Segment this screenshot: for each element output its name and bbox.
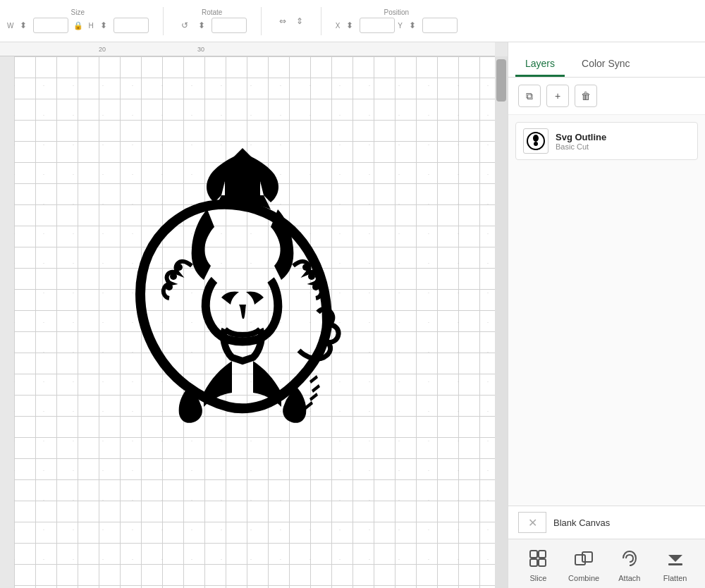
delete-layer-button[interactable]: 🗑 [575,85,597,107]
size-group: Size W ⬍ 🔒 H ⬍ [7,8,149,33]
svg-point-2 [166,283,173,290]
y-label: Y [398,22,403,30]
vertical-scrollbar[interactable] [495,56,508,588]
h-input[interactable] [114,18,149,33]
h-stepper[interactable]: ⬍ [97,18,111,32]
add-icon: + [555,90,560,102]
size-label: Size [71,8,85,16]
canvas-label: Blank Canvas [553,517,610,528]
x-stepper[interactable]: ⬍ [343,18,357,32]
ruler-mark-30: 30 [197,46,204,53]
svg-rect-9 [530,551,537,558]
divider-1 [163,7,164,35]
rotate-group: Rotate ↺ ⬍ [178,8,247,33]
bottom-toolbar: Slice Combine Attach [508,539,705,588]
rotate-inputs: ↺ ⬍ [178,18,247,33]
w-input[interactable] [33,18,68,33]
svg-rect-13 [575,555,585,565]
rotate-label: Rotate [202,8,222,16]
rotate-icon[interactable]: ↺ [178,18,192,32]
flatten-button[interactable]: Flatten [654,546,697,582]
main-area: 20 30 [0,42,705,588]
attach-button[interactable]: Attach [608,546,651,582]
svg-point-5 [312,283,319,290]
scrollbar-thumb[interactable] [496,59,506,102]
h-label: H [88,22,93,30]
divider-2 [261,7,262,35]
lock-icon[interactable]: 🔒 [71,18,85,32]
delete-icon: 🗑 [581,90,591,102]
canvas-x-icon: ✕ [528,516,537,529]
flatten-label: Flatten [663,574,687,582]
x-label: X [336,22,341,30]
rotate-input[interactable] [212,18,247,33]
layer-list: Svg Outline Basic Cut [508,115,705,506]
mirror-group: ⇔ ⇕ [276,14,307,28]
canvas-preview: ✕ [518,512,546,533]
panel-toolbar: ⧉ + 🗑 [508,78,705,115]
svg-point-8 [534,142,538,146]
panel-tabs: Layers Color Sync [508,42,705,78]
svg-rect-12 [539,559,546,566]
slice-label: Slice [529,574,546,582]
w-label: W [7,22,13,30]
svg-point-3 [302,264,309,271]
layer-type: Basic Cut [556,142,690,151]
mirror-inputs: ⇔ ⇕ [276,14,307,28]
ruler-top: 20 30 [0,42,495,56]
layer-thumbnail-svg [526,131,546,151]
canvas-selector[interactable]: ✕ Blank Canvas [508,506,705,539]
slice-icon [525,546,551,571]
svg-artwork[interactable] [80,139,391,506]
layer-item[interactable]: Svg Outline Basic Cut [515,122,698,160]
right-panel: Layers Color Sync ⧉ + 🗑 [508,42,705,588]
top-toolbar: Size W ⬍ 🔒 H ⬍ Rotate ↺ ⬍ ⇔ ⇕ Position X [0,0,705,42]
attach-icon [617,546,642,571]
svg-point-1 [170,273,177,280]
copy-layer-button[interactable]: ⧉ [518,85,541,107]
position-label: Position [384,8,410,16]
divider-3 [321,7,321,35]
svg-point-7 [533,135,539,142]
flip-v-icon[interactable]: ⇕ [293,14,307,28]
y-input[interactable] [422,18,458,33]
add-layer-button[interactable]: + [546,85,569,107]
svg-point-0 [176,264,183,271]
svg-rect-14 [582,552,592,562]
x-input[interactable] [360,18,395,33]
copy-icon: ⧉ [526,90,533,102]
svg-point-4 [308,273,315,280]
svg-rect-11 [530,559,537,566]
canvas-area: 20 30 [0,42,508,588]
attach-label: Attach [618,574,640,582]
tab-layers[interactable]: Layers [515,52,565,77]
position-group: Position X ⬍ Y ⬍ [336,8,458,33]
size-inputs: W ⬍ 🔒 H ⬍ [7,18,149,33]
combine-icon [571,546,596,571]
w-stepper[interactable]: ⬍ [16,18,30,32]
svg-rect-15 [668,563,682,565]
grid-canvas[interactable] [14,56,495,588]
slice-button[interactable]: Slice [517,546,559,582]
tab-color-sync[interactable]: Color Sync [572,52,639,77]
rotate-stepper[interactable]: ⬍ [195,18,209,32]
flatten-icon [663,546,688,571]
flip-h-icon[interactable]: ⇔ [276,14,290,28]
combine-button[interactable]: Combine [563,546,605,582]
combine-label: Combine [568,574,599,582]
position-inputs: X ⬍ Y ⬍ [336,18,458,33]
y-stepper[interactable]: ⬍ [405,18,419,32]
layer-info: Svg Outline Basic Cut [556,132,690,151]
layer-thumbnail [523,128,548,154]
svg-rect-10 [539,551,546,558]
layer-name: Svg Outline [556,132,690,142]
ruler-mark-20: 20 [99,46,106,53]
